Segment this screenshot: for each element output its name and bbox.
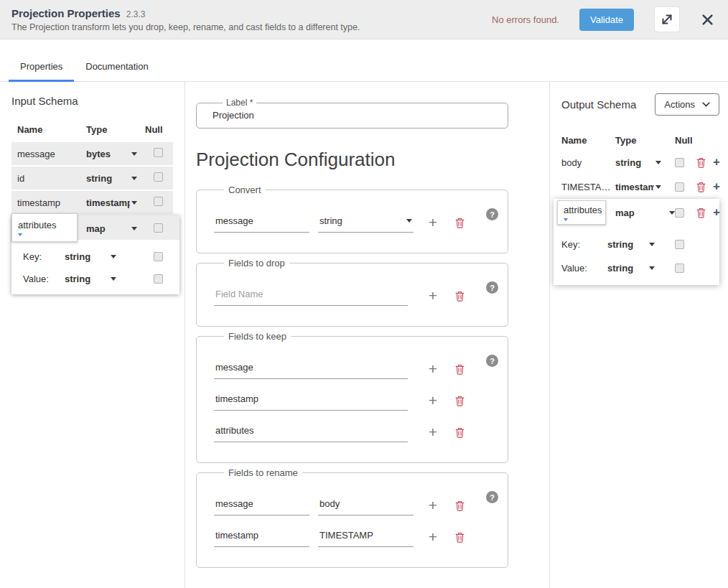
type-select[interactable]: bytes xyxy=(86,149,137,159)
key-type-select[interactable]: string xyxy=(65,251,116,262)
keep-field-input[interactable] xyxy=(214,359,408,379)
trash-icon xyxy=(455,427,465,438)
validate-button[interactable]: Validate xyxy=(579,9,634,31)
chevron-down-icon xyxy=(655,185,661,189)
add-row-button[interactable]: + xyxy=(428,500,438,510)
delete-field-button[interactable] xyxy=(694,207,711,218)
actions-label: Actions xyxy=(664,99,695,110)
delete-row-button[interactable] xyxy=(455,364,465,375)
null-checkbox[interactable] xyxy=(154,197,163,206)
null-checkbox[interactable] xyxy=(675,182,684,192)
input-schema-panel: Input Schema Name Type Null message byte… xyxy=(0,82,185,588)
tab-bar: Properties Documentation xyxy=(0,53,728,82)
null-checkbox[interactable] xyxy=(154,223,163,233)
type-select[interactable]: string xyxy=(86,173,137,184)
null-checkbox[interactable] xyxy=(154,148,163,157)
type-select[interactable]: map xyxy=(615,207,675,218)
delete-row-button[interactable] xyxy=(455,427,465,438)
keep-row: + xyxy=(214,422,493,442)
add-field-button[interactable]: + xyxy=(711,157,722,167)
null-checkbox[interactable] xyxy=(154,252,163,261)
convert-field-input[interactable] xyxy=(214,213,309,233)
delete-row-button[interactable] xyxy=(455,532,465,543)
add-row-button[interactable]: + xyxy=(428,532,438,542)
type-select[interactable]: map xyxy=(86,223,137,234)
delete-row-button[interactable] xyxy=(455,218,465,228)
chevron-down-icon xyxy=(702,102,710,107)
rename-from-input[interactable] xyxy=(214,527,309,547)
chevron-down-icon xyxy=(131,152,137,156)
value-type-select[interactable]: string xyxy=(607,263,655,274)
type-select[interactable]: timestamp xyxy=(86,197,137,208)
help-icon[interactable]: ? xyxy=(486,491,498,503)
field-name-box[interactable]: attributes xyxy=(11,213,78,242)
table-row: TIMESTAMP timestamp + xyxy=(561,174,719,199)
chevron-down-icon xyxy=(131,227,137,230)
help-icon[interactable]: ? xyxy=(486,281,498,294)
key-type-select[interactable]: string xyxy=(607,239,655,250)
type-value: string xyxy=(65,274,90,284)
add-row-button[interactable]: + xyxy=(428,291,438,301)
chevron-down-icon xyxy=(111,277,116,281)
help-icon[interactable]: ? xyxy=(486,208,498,220)
configuration-panel: Label * Projection Configuration Convert… xyxy=(185,82,549,588)
add-row-button[interactable]: + xyxy=(428,218,438,228)
add-row-button[interactable]: + xyxy=(428,364,438,374)
chevron-down-icon xyxy=(655,161,661,164)
chevron-down-icon xyxy=(669,211,675,215)
type-select[interactable]: string xyxy=(615,157,661,168)
drop-row: + xyxy=(214,286,493,306)
table-row: attributes map xyxy=(11,215,179,240)
label-input[interactable] xyxy=(213,109,493,121)
chevron-down-icon xyxy=(131,201,137,205)
null-checkbox[interactable] xyxy=(675,263,684,273)
help-icon[interactable]: ? xyxy=(486,355,498,367)
field-name: timestamp xyxy=(11,197,80,208)
delete-row-button[interactable] xyxy=(455,500,465,511)
convert-type-select[interactable]: string xyxy=(318,213,414,233)
type-value: bytes xyxy=(86,149,111,159)
delete-row-button[interactable] xyxy=(455,396,465,406)
required-mark: * xyxy=(250,98,253,108)
null-checkbox[interactable] xyxy=(675,240,684,249)
expand-button[interactable] xyxy=(654,6,680,32)
modal-header: Projection Properties 2.3.3 The Projecti… xyxy=(0,0,728,39)
keep-field-input[interactable] xyxy=(214,422,408,442)
type-select[interactable]: timestamp xyxy=(615,182,661,192)
table-row: timestamp timestamp xyxy=(11,191,173,214)
value-type-select[interactable]: string xyxy=(65,274,116,284)
fields-to-keep-legend: Fields to keep xyxy=(224,331,291,342)
tab-documentation[interactable]: Documentation xyxy=(74,53,159,81)
null-checkbox[interactable] xyxy=(154,172,163,182)
add-row-button[interactable]: + xyxy=(428,427,438,437)
input-attributes-expanded-row: attributes map Key: string xyxy=(11,215,179,294)
add-row-button[interactable]: + xyxy=(428,396,438,406)
close-button[interactable] xyxy=(700,12,715,27)
map-value-row: Value: string xyxy=(11,274,179,284)
validation-status: No errors found. xyxy=(492,14,559,25)
delete-row-button[interactable] xyxy=(455,291,465,302)
rename-to-input[interactable] xyxy=(318,527,414,547)
tab-properties[interactable]: Properties xyxy=(9,53,74,81)
trash-icon xyxy=(455,218,465,228)
field-name-box[interactable]: attributes xyxy=(557,200,606,225)
map-key-row: Key: string xyxy=(561,239,719,250)
field-name: attributes xyxy=(18,220,71,230)
null-checkbox[interactable] xyxy=(675,208,684,218)
delete-field-button[interactable] xyxy=(694,182,711,192)
actions-button[interactable]: Actions xyxy=(655,93,719,116)
delete-field-button[interactable] xyxy=(694,157,711,168)
add-field-button[interactable]: + xyxy=(711,182,722,192)
column-name: Name xyxy=(11,124,80,135)
null-checkbox[interactable] xyxy=(675,158,684,167)
plugin-version: 2.3.3 xyxy=(126,9,146,19)
rename-to-input[interactable] xyxy=(318,495,414,515)
keep-field-input[interactable] xyxy=(214,391,408,411)
chevron-down-icon xyxy=(649,243,655,246)
rename-from-input[interactable] xyxy=(214,495,309,515)
null-checkbox[interactable] xyxy=(154,274,163,284)
fields-to-keep-group: Fields to keep ? + + xyxy=(196,331,508,463)
add-field-button[interactable]: + xyxy=(711,207,722,218)
drop-field-input[interactable] xyxy=(214,286,408,306)
trash-icon xyxy=(455,500,465,511)
